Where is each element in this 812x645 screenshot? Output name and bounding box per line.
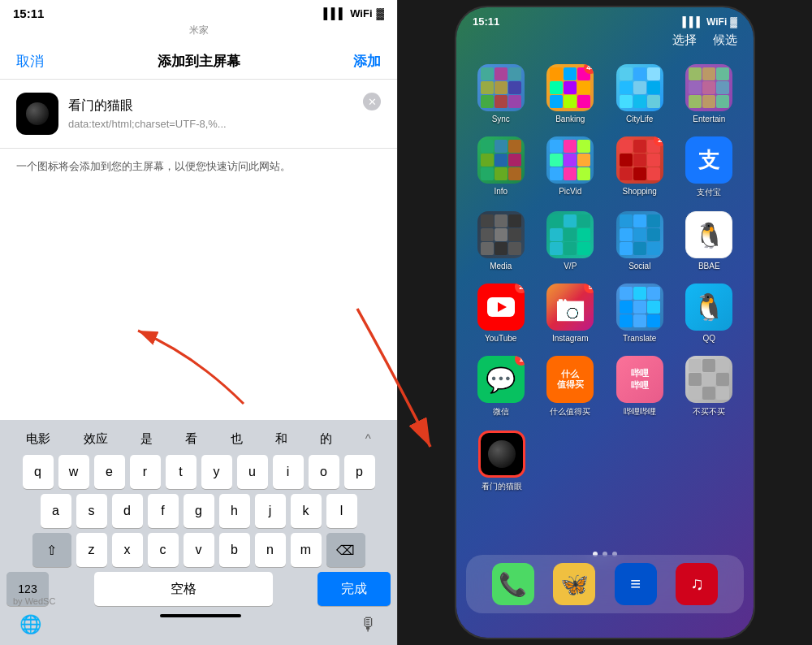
translate-label: Translate xyxy=(623,334,656,343)
qq-icon: 🐧 xyxy=(685,284,732,331)
right-status-bar: 15:11 ▌▌▌ WiFi ▓ xyxy=(456,7,754,31)
left-phone: 15:11 ▌▌▌ WiFi ▓ 米家 取消 添加到主屏幕 添加 看门的猫眼 d… xyxy=(0,0,398,645)
app-kanmen[interactable]: 看门的猫眼 xyxy=(473,431,531,492)
app-row-6: 看门的猫眼 xyxy=(466,431,744,492)
key-i[interactable]: i xyxy=(273,455,304,489)
delete-key[interactable]: ⌫ xyxy=(326,533,365,567)
app-citylife[interactable]: CityLife xyxy=(611,64,669,123)
key-p[interactable]: p xyxy=(344,455,375,489)
app-instagram[interactable]: 5 📷 Instagram xyxy=(541,284,599,343)
done-key[interactable]: 完成 xyxy=(317,572,391,606)
key-a[interactable]: a xyxy=(41,494,71,528)
key-u[interactable]: u xyxy=(237,455,268,489)
alipay-icon: 支 xyxy=(685,136,732,184)
key-l[interactable]: l xyxy=(326,494,357,528)
wechat-badge: 1 xyxy=(515,356,525,366)
right-signal: ▌▌▌ xyxy=(683,16,704,28)
wifi-icon: WiFi xyxy=(350,7,372,19)
banking-badge: 44 xyxy=(584,64,594,74)
dock-trello[interactable]: ≡ xyxy=(615,563,657,605)
kanmen-label: 看门的猫眼 xyxy=(482,481,522,492)
key-r[interactable]: r xyxy=(130,455,161,489)
key-s[interactable]: s xyxy=(76,494,107,528)
key-b[interactable]: b xyxy=(219,533,250,567)
select-action[interactable]: 选择 xyxy=(672,32,697,48)
close-button[interactable]: ✕ xyxy=(363,93,381,110)
app-media[interactable]: Media xyxy=(472,211,530,271)
app-shopping[interactable]: 2 xyxy=(611,136,669,198)
pred-5[interactable]: 也 xyxy=(224,428,249,450)
key-k[interactable]: k xyxy=(291,494,322,528)
signal-icon: ▌▌▌ xyxy=(324,7,347,19)
app-bbae[interactable]: 🐧 BBAE xyxy=(680,211,738,271)
bottom-icons-row: 🌐 🎙 xyxy=(3,611,394,642)
keyboard: 电影 效应 是 看 也 和 的 ^ q w e r t y u i o p xyxy=(0,420,397,645)
wechat-icon: 1 💬 xyxy=(477,356,525,403)
key-h[interactable]: h xyxy=(219,494,250,528)
app-vp[interactable]: V/P xyxy=(541,211,599,271)
pred-3[interactable]: 是 xyxy=(134,428,159,450)
add-button[interactable]: 添加 xyxy=(353,52,381,71)
pred-7[interactable]: 的 xyxy=(313,428,339,450)
space-key[interactable]: 空格 xyxy=(94,572,273,606)
key-o[interactable]: o xyxy=(309,455,339,489)
key-t[interactable]: t xyxy=(166,455,197,489)
pred-2[interactable]: 效应 xyxy=(77,428,114,450)
key-m[interactable]: m xyxy=(291,533,322,567)
dock-netease[interactable]: ♫ xyxy=(676,563,718,605)
app-row-4: 2 YouTube 5 📷 Instagra xyxy=(466,284,744,343)
candidate-action[interactable]: 候选 xyxy=(713,32,737,48)
pred-4[interactable]: 看 xyxy=(179,428,204,450)
app-social[interactable]: Social xyxy=(611,211,669,271)
app-qq[interactable]: 🐧 QQ xyxy=(680,284,738,343)
instagram-icon: 5 📷 xyxy=(546,284,594,331)
app-row-1: Sync 44 xyxy=(466,64,744,123)
app-sync[interactable]: Sync xyxy=(472,64,530,123)
app-youtube[interactable]: 2 YouTube xyxy=(472,284,530,343)
bilibili-label: 哔哩哔哩 xyxy=(624,406,656,418)
pred-6[interactable]: 和 xyxy=(269,428,294,450)
qq-label: QQ xyxy=(702,334,715,343)
caret-icon[interactable]: ^ xyxy=(359,428,378,450)
citylife-label: CityLife xyxy=(626,115,653,123)
dock-phone[interactable]: 📞 xyxy=(492,563,534,605)
key-w[interactable]: w xyxy=(58,455,89,489)
app-dot xyxy=(26,102,49,125)
app-smzdm[interactable]: 什么值得买 什么值得买 xyxy=(541,356,599,418)
app-nobuynobuy[interactable]: 不买不买 xyxy=(680,356,738,418)
app-banking[interactable]: 44 xyxy=(541,64,599,123)
alipay-label: 支付宝 xyxy=(697,187,721,198)
dock-butterfly[interactable]: 🦋 xyxy=(553,563,595,605)
key-q[interactable]: q xyxy=(23,455,54,489)
key-row-1: q w e r t y u i o p xyxy=(3,455,394,489)
app-bilibili[interactable]: 哔哩哔哩 哔哩哔哩 xyxy=(611,356,669,418)
app-alipay[interactable]: 支 支付宝 xyxy=(680,136,738,198)
entertain-label: Entertain xyxy=(693,115,725,123)
key-c[interactable]: c xyxy=(148,533,179,567)
instagram-badge: 5 xyxy=(584,284,594,293)
key-n[interactable]: n xyxy=(255,533,286,567)
home-indicator xyxy=(160,614,241,617)
globe-icon[interactable]: 🌐 xyxy=(19,614,41,635)
shift-key[interactable]: ⇧ xyxy=(32,533,71,567)
key-z[interactable]: z xyxy=(76,533,107,567)
key-f[interactable]: f xyxy=(148,494,179,528)
wechat-label: 微信 xyxy=(493,406,509,418)
app-picvid[interactable]: PicVid xyxy=(541,136,599,198)
pred-1[interactable]: 电影 xyxy=(19,428,57,450)
key-d[interactable]: d xyxy=(112,494,143,528)
key-y[interactable]: y xyxy=(201,455,232,489)
bbae-icon: 🐧 xyxy=(685,211,732,258)
app-translate[interactable]: Translate xyxy=(611,284,669,343)
key-g[interactable]: g xyxy=(184,494,214,528)
cancel-button[interactable]: 取消 xyxy=(16,52,44,71)
key-e[interactable]: e xyxy=(94,455,125,489)
app-info[interactable]: Info xyxy=(472,136,530,198)
watermark: by WedSC xyxy=(13,596,55,606)
key-j[interactable]: j xyxy=(255,494,286,528)
app-entertain[interactable]: Entertain xyxy=(680,64,738,123)
key-x[interactable]: x xyxy=(112,533,143,567)
app-wechat[interactable]: 1 💬 微信 xyxy=(472,356,530,418)
mic-icon[interactable]: 🎙 xyxy=(360,614,378,635)
key-v[interactable]: v xyxy=(184,533,214,567)
